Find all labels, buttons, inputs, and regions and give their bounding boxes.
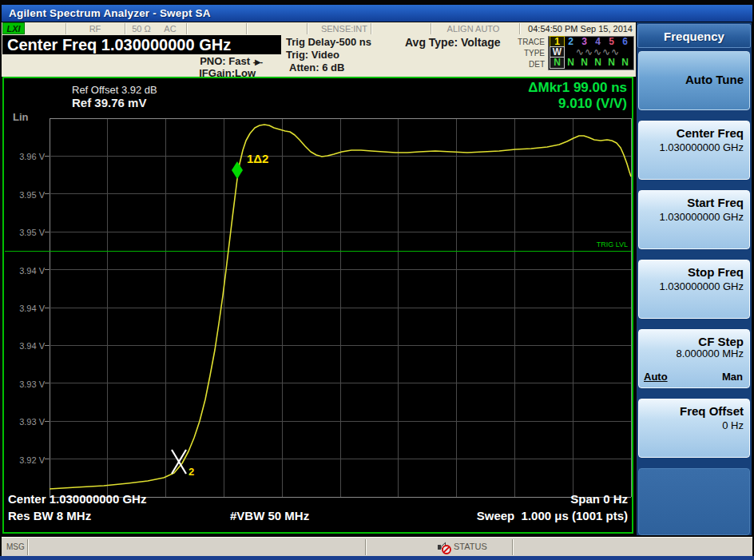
softkey-stop-freq[interactable]: Stop Freq 1.030000000 GHz (638, 260, 750, 319)
align-indicator: ALIGN AUTO (431, 22, 516, 35)
y-axis-label: 3.93 V (5, 417, 45, 427)
y-axis-label: 3.94 V (5, 266, 45, 276)
y-axis-label: 3.92 V (5, 455, 45, 465)
softkey-menu: Frequency Auto Tune Center Freq 1.030000… (637, 22, 752, 535)
svg-text:2: 2 (188, 466, 194, 478)
softkey-label: Start Freq (687, 196, 744, 209)
det-label: DET (489, 59, 545, 70)
divider (27, 539, 28, 555)
y-axis-label: 3.96 V (5, 152, 45, 161)
y-axis-label: 3.94 V (5, 341, 45, 351)
cf-step-man-toggle[interactable]: Man (722, 371, 743, 383)
annotation-vbw: #VBW 50 MHz (230, 509, 309, 522)
det-4: N (591, 58, 605, 68)
softkey-value: 0 Hz (722, 419, 744, 431)
softkey-start-freq[interactable]: Start Freq 1.030000000 GHz (638, 190, 750, 249)
softkey-value: 1.030000000 GHz (659, 211, 744, 223)
softkey-freq-offset[interactable]: Freq Offset 0 Hz (638, 399, 750, 458)
divider (186, 23, 187, 34)
svg-text:1Δ2: 1Δ2 (247, 152, 268, 165)
det-1: N (550, 58, 564, 68)
softkey-auto-tune[interactable]: Auto Tune (638, 51, 750, 110)
type-label: TYPE (489, 48, 545, 59)
divider (512, 539, 513, 555)
det-6: N (618, 58, 632, 68)
active-function-readout: Center Freq 1.030000000 GHz (2, 35, 281, 54)
softkey-label: CF Step (698, 335, 744, 348)
divider (371, 23, 371, 34)
divider (519, 23, 520, 34)
impedance-indicator: 50 Ω (128, 22, 155, 35)
annotation-span: Span 0 Hz (570, 492, 628, 506)
lxi-badge: LXI (2, 22, 25, 34)
avg-type-indicator: Avg Type: Voltage (405, 36, 501, 49)
y-axis-label: 3.95 V (5, 190, 45, 200)
softkey-cf-step[interactable]: CF Step 8.000000 MHz Auto Man (638, 329, 750, 388)
trace-type-row: W∿∿∿∿∿ (550, 47, 632, 58)
trig-source-indicator: Trig: Video (286, 49, 339, 61)
status-cell[interactable]: STATUS (454, 538, 487, 556)
spectrum-display: Ref Offset 3.92 dB Ref 39.76 mV ΔMkr1 99… (2, 77, 633, 534)
divider (246, 23, 247, 34)
sense-indicator: SENSE:INT (307, 22, 367, 35)
pno-label: PNO: Fast (200, 55, 250, 67)
y-axis-label: 3.94 V (5, 304, 45, 313)
trace-det-row: NNNNNN (550, 58, 632, 68)
atten-indicator: Atten: 6 dB (289, 62, 344, 73)
softkey-value: 8.000000 MHz (676, 348, 744, 359)
datetime-display: 04:54:50 PM Sep 15, 2014 (522, 22, 633, 35)
softkey-blank (638, 468, 750, 535)
divider (365, 539, 366, 555)
window-bottom-edge (0, 556, 754, 560)
msg-cell[interactable]: MSG (6, 538, 25, 556)
trace-6: 6 (618, 37, 632, 47)
trace-panel-labels: TRACE TYPE DET (489, 37, 545, 70)
softkey-label: Auto Tune (685, 73, 744, 86)
softkey-value: 1.030000000 GHz (659, 280, 744, 292)
divider (125, 23, 125, 34)
measurement-bar: Center Freq 1.030000000 GHz PNO: Fast -▶… (2, 35, 636, 77)
softkey-label: Freq Offset (680, 404, 744, 418)
softkey-label: Stop Freq (688, 265, 744, 279)
menu-title-frequency: Frequency (637, 24, 751, 48)
window-titlebar[interactable]: Agilent Spectrum Analyzer - Swept SA (2, 5, 752, 22)
trig-delay-indicator: Trig Delay-500 ns (286, 36, 371, 48)
annotation-center-freq: Center 1.030000000 GHz (8, 492, 146, 506)
pno-arrow-icon: -▶- (253, 58, 262, 66)
annotation-sweep: Sweep 1.000 μs (1001 pts) (477, 509, 628, 522)
bottom-status-bar: MSG STATUS (2, 537, 752, 556)
rf-indicator: RF (65, 22, 125, 35)
y-axis-label: 3.93 V (5, 379, 45, 389)
det-5: N (605, 58, 618, 68)
pno-indicator: PNO: Fast -▶- (200, 55, 262, 67)
det-2: N (564, 58, 577, 68)
trace-panel[interactable]: 123456 W∿∿∿∿∿ NNNNNN (548, 36, 634, 70)
y-axis-label: 3.95 V (5, 228, 45, 237)
trace-label: TRACE (489, 37, 545, 48)
softkey-label: Center Freq (677, 126, 744, 140)
cf-step-auto-toggle[interactable]: Auto (644, 371, 668, 383)
softkey-value: 1.030000000 GHz (659, 141, 744, 153)
det-3: N (577, 58, 591, 68)
speaker-muted-icon (437, 540, 451, 554)
plot-graticule: TRIG LVL21Δ2 (4, 78, 632, 532)
coupling-indicator: AC (158, 22, 182, 35)
annotation-rbw: Res BW 8 MHz (8, 509, 91, 522)
svg-text:TRIG LVL: TRIG LVL (597, 240, 628, 248)
softkey-center-freq[interactable]: Center Freq 1.030000000 GHz (638, 121, 750, 180)
top-status-strip: LXI RF 50 Ω AC SENSE:INT ALIGN AUTO 04:5… (2, 22, 636, 35)
